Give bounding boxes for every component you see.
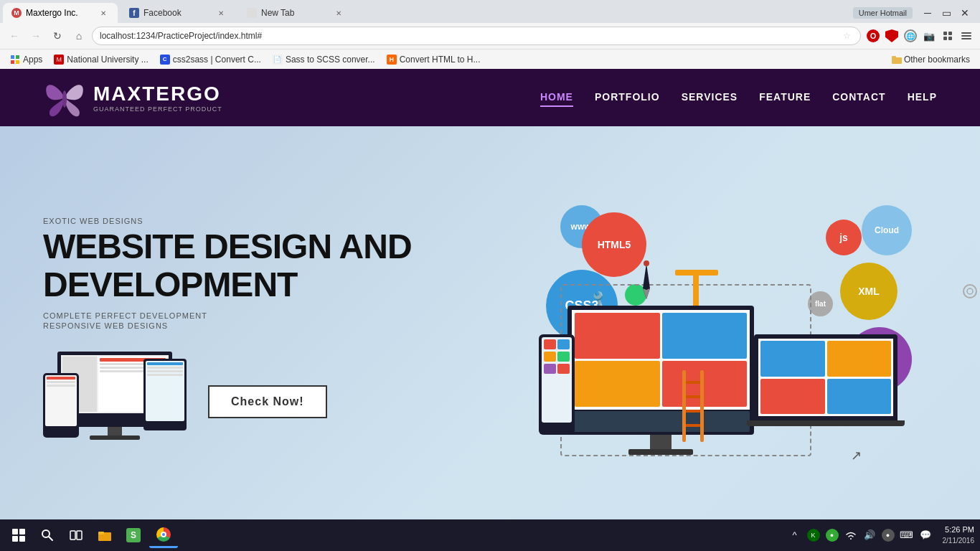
window-user: Umer Hotmail: [853, 7, 913, 19]
tray-arrow[interactable]: ^: [788, 528, 802, 542]
vpn-icon[interactable]: 🌐: [903, 28, 918, 44]
security-icon[interactable]: [884, 28, 900, 44]
nav-services[interactable]: SERVICES: [682, 88, 738, 107]
circle-indicator-icon: [966, 288, 974, 295]
bubble-flat: flat: [808, 291, 833, 316]
phone-cell-b1: [557, 339, 570, 349]
main-monitor-stand: [650, 435, 672, 449]
back-button[interactable]: ←: [6, 27, 23, 44]
lc-2: [827, 341, 892, 377]
tray-kaspersky[interactable]: K: [806, 528, 821, 542]
phone-cell-o1: [544, 352, 556, 362]
bookmark-html-label: Convert HTML to H...: [400, 55, 481, 65]
tray-icon-3[interactable]: ●: [881, 528, 895, 542]
svg-rect-21: [98, 532, 104, 534]
check-now-button[interactable]: Check Now!: [208, 385, 327, 418]
laptop-screen: [754, 334, 897, 420]
tray-keyboard[interactable]: ⌨: [900, 528, 914, 542]
tab-facebook[interactable]: f Facebook ✕: [121, 3, 235, 23]
tab-maxtergo[interactable]: M Maxtergo Inc. ✕: [3, 3, 118, 23]
svg-point-14: [62, 90, 67, 108]
hero-desc2: RESPONSIVE WEB DESIGNS: [43, 321, 478, 330]
address-bar-row: ← → ↻ ⌂ localhost:1234/PracticeProject/i…: [0, 23, 980, 49]
crane-beam-h: [675, 270, 718, 276]
tray-2-icon: ●: [826, 529, 839, 542]
minimize-button[interactable]: ─: [918, 5, 937, 21]
tab-newtab[interactable]: New Tab ✕: [238, 3, 353, 23]
maximize-button[interactable]: ▭: [937, 5, 956, 21]
tab-close-newtab[interactable]: ✕: [333, 7, 344, 19]
bookmark-css2sass-label: css2sass | Convert C...: [173, 55, 261, 65]
close-button[interactable]: ✕: [956, 5, 974, 21]
file-explorer-button[interactable]: [92, 522, 118, 548]
chrome-icon: [156, 527, 171, 542]
bookmark-apps[interactable]: Apps: [6, 53, 47, 66]
screen-cell-blue1: [662, 313, 748, 359]
svg-line-17: [49, 537, 52, 540]
ladder-right: [700, 370, 704, 442]
scroll-indicator[interactable]: [963, 284, 977, 298]
ladder-rung-3: [686, 410, 700, 413]
tablet-bar: [147, 362, 183, 365]
task-view-button[interactable]: [63, 522, 89, 548]
tab-close-facebook[interactable]: ✕: [215, 7, 227, 19]
app-button-1[interactable]: S: [121, 522, 146, 548]
refresh-button[interactable]: ↻: [49, 27, 66, 44]
phone-mockup-left: [43, 373, 79, 438]
clock-date: 2/11/2016: [943, 536, 975, 546]
system-clock[interactable]: 5:26 PM 2/11/2016: [943, 524, 975, 545]
monitor-taskbar-bar: [572, 411, 750, 432]
phone-line-2: [47, 385, 75, 387]
opera-icon[interactable]: O: [865, 28, 881, 44]
other-bookmarks[interactable]: Other bookmarks: [887, 53, 974, 66]
bookmark-national[interactable]: M National University ...: [50, 53, 152, 66]
bookmark-html[interactable]: H Convert HTML to H...: [382, 53, 485, 66]
chrome-button[interactable]: [149, 522, 178, 548]
tray-volume[interactable]: 🔊: [862, 528, 877, 542]
start-button[interactable]: [6, 522, 32, 548]
win-sq-2: [19, 529, 25, 534]
chrome-inner: [161, 532, 166, 537]
phone-cell-r1: [544, 339, 556, 349]
nav-contact[interactable]: CONTACT: [832, 88, 885, 107]
address-bar[interactable]: localhost:1234/PracticeProject/index.htm…: [92, 27, 861, 45]
nav-portfolio[interactable]: PORTFOLIO: [595, 88, 660, 107]
tray-3-icon: ●: [882, 529, 895, 542]
bookmark-css2sass[interactable]: C css2sass | Convert C...: [156, 53, 265, 66]
bookmark-star-icon[interactable]: ☆: [840, 29, 853, 42]
ladder-rung-4: [686, 424, 700, 427]
laptop-display: [758, 339, 893, 416]
menu-button[interactable]: [958, 28, 974, 44]
tray-icon-2[interactable]: ●: [825, 528, 839, 542]
bookmark-sass[interactable]: 📄 Sass to SCSS conver...: [268, 53, 380, 66]
tray-wifi[interactable]: [844, 528, 858, 542]
phone-left-large: [539, 334, 575, 435]
win-sq-4: [19, 536, 25, 542]
ladder-icon: [682, 370, 704, 442]
home-button[interactable]: ⌂: [70, 27, 88, 44]
win-sq-1: [12, 529, 18, 534]
css2sass-favicon: C: [160, 55, 170, 65]
svg-rect-0: [943, 32, 947, 35]
title-bar: M Maxtergo Inc. ✕ f Facebook ✕ New Tab ✕…: [0, 0, 980, 23]
browser-toolbar-icons: O 🌐 📷: [865, 28, 974, 44]
bookmark-national-label: National University ...: [67, 55, 148, 65]
tray-notification[interactable]: 💬: [918, 528, 933, 542]
nav-feature[interactable]: FEATURE: [759, 88, 811, 107]
screen-cell-red2: [662, 361, 748, 407]
nav-home[interactable]: HOME: [540, 88, 573, 107]
search-button[interactable]: [34, 522, 60, 548]
logo-main-text: MAXTERGO: [93, 83, 222, 105]
tab-label-newtab: New Tab: [261, 8, 330, 18]
forward-button[interactable]: →: [27, 27, 44, 44]
lc-3: [760, 379, 825, 415]
main-monitor-base: [628, 449, 693, 455]
screenshot-icon[interactable]: 📷: [921, 28, 937, 44]
kaspersky-icon: K: [807, 529, 820, 542]
svg-rect-19: [77, 531, 82, 540]
extensions-icon[interactable]: [940, 28, 956, 44]
sass-favicon: 📄: [273, 55, 283, 65]
nav-help[interactable]: HELP: [908, 88, 937, 107]
bubble-cloud: Cloud: [862, 205, 912, 255]
tab-close-maxtergo[interactable]: ✕: [98, 7, 109, 19]
